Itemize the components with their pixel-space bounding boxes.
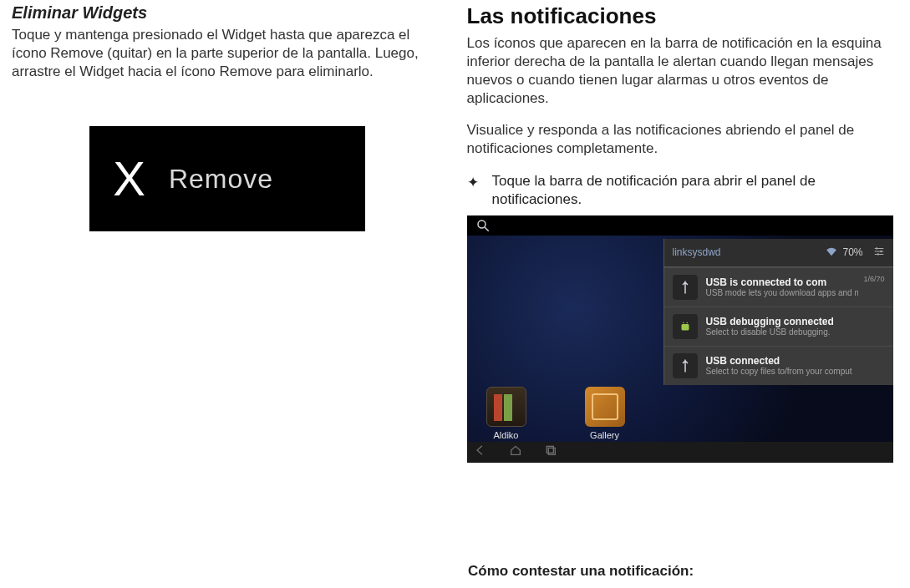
svg-rect-8 (547, 447, 553, 454)
aldiko-icon (486, 387, 526, 427)
svg-rect-9 (548, 449, 555, 455)
svg-point-4 (877, 253, 878, 255)
notification-row: USB connected Select to copy files to/fr… (664, 346, 893, 385)
battery-pct: 70% (842, 246, 862, 258)
right-heading: Las notificaciones (467, 3, 899, 29)
search-icon (475, 218, 491, 233)
bullet-item: ✦ Toque la barra de notificación para ab… (467, 172, 899, 209)
svg-rect-5 (681, 324, 689, 331)
svg-point-6 (683, 322, 684, 324)
bullet-text: Toque la barra de notificación para abri… (492, 172, 899, 209)
notif-date: 1/6/70 (863, 275, 884, 283)
notif-title: USB connected (706, 355, 885, 367)
notification-panel-screenshot: Aldiko Gallery linksysdwd 70% (467, 215, 893, 463)
notif-sub: Select to copy files to/from your comput (706, 367, 885, 376)
android-navbar (467, 442, 893, 463)
notification-row: USB debugging connected Select to disabl… (664, 307, 893, 346)
notification-row: USB is connected to com USB mode lets yo… (664, 267, 893, 307)
settings-sliders-icon (873, 246, 885, 260)
wifi-icon (826, 246, 837, 260)
app-label: Aldiko (486, 430, 527, 440)
notif-sub: USB mode lets you download apps and m (706, 288, 859, 297)
back-icon (474, 444, 487, 460)
notif-title: USB debugging connected (706, 316, 885, 327)
notification-panel: linksysdwd 70% (663, 239, 893, 385)
wifi-name: linksysdwd (673, 246, 721, 258)
android-icon (673, 314, 698, 339)
svg-point-3 (880, 251, 882, 252)
usb-icon (673, 353, 698, 378)
svg-point-0 (478, 220, 486, 228)
notif-sub: Select to disable USB debugging. (706, 327, 885, 337)
diamond-icon: ✦ (467, 172, 492, 209)
panel-header: linksysdwd 70% (664, 239, 893, 267)
remove-screenshot: X Remove (89, 126, 365, 231)
left-heading: Eliminar Widgets (12, 3, 444, 23)
bottom-heading: Cómo contestar una notificación: (468, 563, 694, 580)
right-para1: Los íconos que aparecen en la barra de n… (467, 34, 899, 108)
app-gallery: Gallery (584, 387, 626, 440)
home-icon (509, 444, 522, 460)
usb-icon (673, 275, 698, 300)
left-paragraph: Toque y mantenga presionado el Widget ha… (12, 26, 444, 81)
app-label: Gallery (584, 430, 626, 440)
app-aldiko: Aldiko (486, 387, 527, 440)
notif-title: USB is connected to com (706, 276, 859, 288)
svg-point-2 (875, 247, 877, 249)
right-para2: Visualice y responda a las notificacione… (467, 121, 899, 158)
recents-icon (544, 444, 557, 460)
remove-label: Remove (169, 164, 273, 195)
gallery-icon (585, 387, 625, 427)
svg-point-7 (686, 322, 688, 324)
svg-line-1 (485, 227, 489, 231)
close-icon: X (113, 155, 145, 203)
